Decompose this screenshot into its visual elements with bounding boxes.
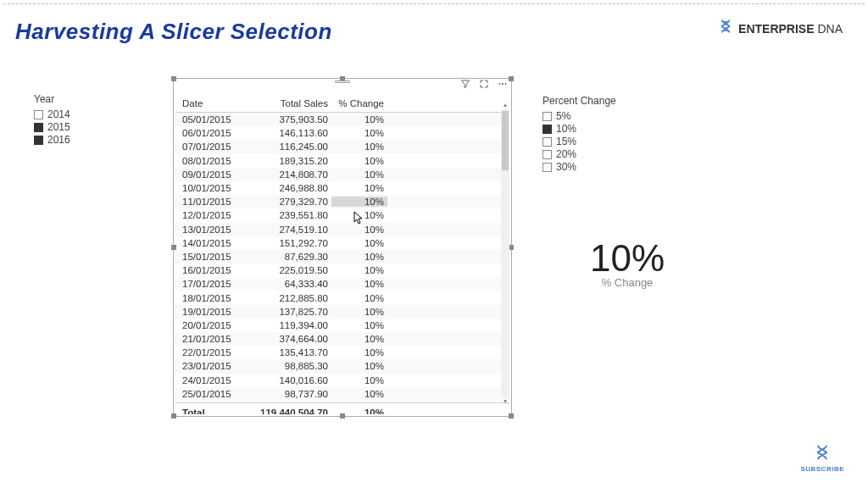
slicer-year-label: 2014 — [47, 108, 70, 120]
checkbox-icon[interactable] — [542, 125, 552, 134]
cell-change: 10% — [331, 183, 387, 193]
slicer-year-option[interactable]: 2016 — [34, 134, 70, 146]
cell-sales: 116,245.00 — [240, 141, 331, 152]
cell-change: 10% — [331, 128, 387, 138]
slicer-percent-label: 5% — [556, 110, 570, 122]
checkbox-icon[interactable] — [542, 112, 552, 121]
cell-date: 14/01/2015 — [179, 238, 240, 248]
cell-date: 12/01/2015 — [179, 210, 240, 220]
cell-sales: 98,737.90 — [240, 389, 331, 399]
cell-date: 13/01/2015 — [179, 225, 240, 235]
table-row[interactable]: 21/01/2015374,664.0010% — [175, 332, 509, 346]
cell-date: 07/01/2015 — [179, 141, 240, 152]
table-row[interactable]: 11/01/2015279,329.7010% — [175, 195, 509, 208]
table-row[interactable]: 07/01/2015116,245.0010% — [175, 140, 509, 153]
vertical-scrollbar[interactable]: ▴ ▾ — [501, 109, 509, 397]
cell-change: 10% — [331, 141, 387, 152]
checkbox-icon[interactable] — [34, 123, 43, 132]
checkbox-icon[interactable] — [34, 136, 43, 145]
cell-change: 10% — [331, 265, 387, 275]
slicer-year-option[interactable]: 2015 — [34, 121, 70, 133]
cell-change: 10% — [331, 210, 387, 220]
scrollbar-thumb[interactable] — [502, 111, 509, 170]
cell-sales: 239,551.80 — [240, 210, 331, 220]
table-row[interactable]: 09/01/2015214,808.7010% — [175, 168, 509, 181]
table-row[interactable]: 19/01/2015137,825.7010% — [175, 305, 509, 319]
subscribe-badge[interactable]: SUBSCRIBE — [800, 444, 844, 473]
col-header-change[interactable]: % Change — [331, 97, 387, 110]
slicer-percent-change: Percent Change 5%10%15%20%30% — [542, 95, 616, 174]
cell-change: 10% — [331, 293, 387, 303]
svg-point-2 — [505, 83, 507, 85]
table-footer: Total 119,440,504.70 10% — [175, 402, 509, 414]
cell-change: 10% — [331, 334, 387, 344]
table-row[interactable]: 22/01/2015135,413.7010% — [175, 346, 509, 359]
slicer-percent-option[interactable]: 30% — [542, 161, 616, 173]
cell-date: 05/01/2015 — [179, 114, 240, 125]
brand-logo: ENTERPRISE DNA — [718, 19, 843, 38]
focus-mode-icon[interactable] — [477, 77, 491, 93]
dna-icon — [800, 444, 844, 465]
table-header-row: Date Total Sales % Change — [175, 94, 509, 113]
slicer-percent-label: 20% — [556, 148, 576, 160]
cell-change: 10% — [331, 279, 387, 289]
cell-change: 10% — [331, 347, 387, 358]
more-options-icon[interactable] — [496, 77, 509, 93]
table-row[interactable]: 10/01/2015246,988.8010% — [175, 181, 509, 195]
slicer-percent-option[interactable]: 10% — [542, 123, 616, 135]
cell-change: 10% — [331, 375, 387, 385]
checkbox-icon[interactable] — [542, 137, 552, 147]
checkbox-icon[interactable] — [34, 110, 43, 119]
table-row[interactable]: 18/01/2015212,885.8010% — [175, 291, 509, 304]
table-row[interactable]: 17/01/201564,333.4010% — [175, 277, 509, 291]
cell-sales: 146,113.60 — [240, 128, 331, 138]
filter-icon[interactable] — [459, 77, 472, 93]
top-dashed-border — [3, 3, 865, 4]
cell-sales: 64,333.40 — [240, 279, 331, 289]
table-row[interactable]: 12/01/2015239,551.8010% — [175, 208, 509, 222]
table-row[interactable]: 06/01/2015146,113.6010% — [175, 126, 509, 140]
slicer-percent-option[interactable]: 20% — [542, 148, 616, 160]
table-row[interactable]: 08/01/2015189,315.2010% — [175, 154, 509, 168]
cell-sales: 98,885.30 — [240, 361, 331, 371]
slicer-year-option[interactable]: 2014 — [34, 108, 70, 120]
scroll-up-icon[interactable]: ▴ — [501, 101, 509, 109]
table-row[interactable]: 16/01/2015225,019.5010% — [175, 263, 509, 277]
subscribe-label: SUBSCRIBE — [800, 465, 844, 473]
cell-sales: 135,413.70 — [240, 347, 331, 358]
table-content: Date Total Sales % Change 05/01/2015375,… — [175, 94, 509, 414]
table-row[interactable]: 13/01/2015274,519.1010% — [175, 223, 509, 236]
cell-date: 08/01/2015 — [179, 156, 240, 166]
cell-change: 10% — [331, 225, 387, 235]
cell-sales: 151,292.70 — [240, 238, 331, 248]
cell-date: 20/01/2015 — [179, 320, 240, 330]
slicer-percent-option[interactable]: 15% — [542, 136, 616, 147]
cell-date: 21/01/2015 — [179, 334, 240, 344]
cell-date: 16/01/2015 — [179, 265, 240, 275]
cell-date: 22/01/2015 — [179, 347, 240, 358]
slicer-year-label: 2015 — [47, 121, 70, 133]
table-row[interactable]: 24/01/2015140,016.6010% — [175, 374, 509, 387]
table-row[interactable]: 05/01/2015375,903.5010% — [175, 113, 509, 126]
table-row[interactable]: 20/01/2015119,394.0010% — [175, 319, 509, 332]
table-visual[interactable]: Date Total Sales % Change 05/01/2015375,… — [173, 78, 512, 417]
cell-change: 10% — [331, 197, 387, 207]
cell-change: 10% — [331, 156, 387, 166]
scroll-down-icon[interactable]: ▾ — [501, 397, 509, 406]
checkbox-icon[interactable] — [542, 163, 552, 172]
slicer-percent-option[interactable]: 5% — [542, 110, 616, 122]
cell-change: 10% — [331, 307, 387, 317]
table-row[interactable]: 25/01/201598,737.9010% — [175, 387, 509, 401]
cell-change: 10% — [331, 169, 387, 180]
table-row[interactable]: 15/01/201587,629.3010% — [175, 250, 509, 263]
svg-point-0 — [499, 83, 501, 85]
cell-date: 09/01/2015 — [179, 169, 240, 180]
brand-name: ENTERPRISE — [738, 22, 814, 36]
col-header-sales[interactable]: Total Sales — [240, 97, 331, 110]
table-row[interactable]: 14/01/2015151,292.7010% — [175, 236, 509, 250]
drag-handle-icon[interactable] — [335, 80, 350, 83]
col-header-date[interactable]: Date — [179, 97, 240, 110]
table-row[interactable]: 23/01/201598,885.3010% — [175, 359, 509, 373]
checkbox-icon[interactable] — [542, 150, 552, 159]
cell-sales: 274,519.10 — [240, 225, 331, 235]
